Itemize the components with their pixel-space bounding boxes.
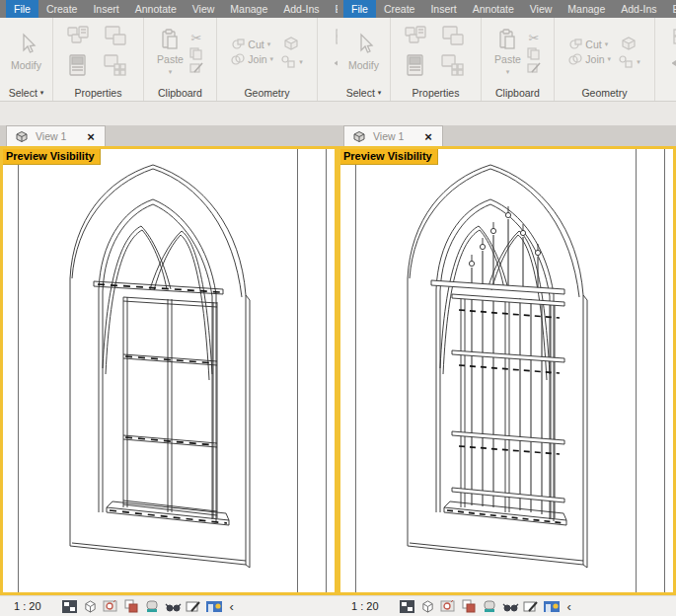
group-objects-button[interactable]: ▾: [280, 55, 303, 68]
cursor-icon: [16, 33, 38, 56]
visual-style-icon[interactable]: [82, 598, 99, 614]
tab-view[interactable]: View: [185, 0, 223, 18]
ribbon: Modify Select▾: [0, 18, 338, 102]
tab-annotate[interactable]: Annotate: [465, 0, 522, 18]
detail-level-icon[interactable]: [399, 598, 415, 614]
chevron-down-icon: ▾: [608, 55, 612, 63]
tab-addins[interactable]: Add-Ins: [275, 0, 327, 18]
view-tab-title: View 1: [373, 130, 417, 142]
cut-clipboard-icon[interactable]: ✂: [528, 31, 539, 45]
shadows-icon[interactable]: [123, 598, 140, 614]
view-tab[interactable]: View 1 ×: [343, 125, 443, 146]
properties-palette-icon[interactable]: [66, 53, 96, 79]
temporary-hide-isolate-icon[interactable]: [165, 598, 182, 614]
match-type-icon[interactable]: [189, 62, 203, 74]
tab-annotate[interactable]: Annotate: [127, 0, 185, 18]
chevron-down-icon: ▾: [299, 58, 303, 66]
sun-path-icon[interactable]: [440, 598, 457, 614]
crop-region-icon[interactable]: [186, 598, 202, 614]
modify-panel-label: [318, 84, 338, 101]
move-icon[interactable]: [672, 50, 676, 76]
panel-geometry: Cut ▾ Join ▾: [555, 18, 655, 101]
tab-extensions-partial[interactable]: E: [664, 0, 676, 18]
chevron-down-icon: ▾: [169, 68, 173, 76]
family-types-icon[interactable]: [404, 25, 433, 50]
ribbon: Modify Select▾: [338, 18, 676, 102]
match-type-icon[interactable]: [527, 62, 541, 74]
tab-insert[interactable]: Insert: [85, 0, 126, 18]
close-icon[interactable]: ×: [424, 130, 432, 143]
reveal-hidden-elements-icon[interactable]: [206, 598, 223, 614]
chevron-down-icon: ▾: [270, 55, 274, 63]
preview-visibility-label: Preview Visibility: [340, 149, 438, 165]
scale-button[interactable]: 1 : 20: [351, 600, 379, 612]
family-connect-icon[interactable]: [102, 53, 131, 79]
solid-box-icon[interactable]: [282, 36, 300, 50]
sun-path-icon[interactable]: [103, 598, 119, 614]
chevron-down-icon: ▾: [605, 40, 609, 48]
select-panel-button[interactable]: Select▾: [338, 84, 390, 101]
family-types-icon[interactable]: [66, 25, 96, 50]
family-category-icon[interactable]: [439, 25, 469, 50]
panel-clipboard: Paste ▾ ✂ Clipboard: [482, 18, 555, 101]
revit-window-right: File Create Insert Annotate View Manage …: [338, 0, 676, 616]
copy-icon[interactable]: [189, 47, 203, 60]
family-connect-icon[interactable]: [439, 53, 469, 79]
tab-extensions-partial[interactable]: E: [327, 0, 338, 18]
tab-manage[interactable]: Manage: [560, 0, 613, 18]
copy-icon[interactable]: [527, 47, 541, 60]
panel-modify-partial: [655, 18, 676, 101]
close-icon[interactable]: ×: [87, 130, 95, 143]
tab-file[interactable]: File: [343, 0, 376, 18]
modify-button[interactable]: Modify: [348, 33, 379, 71]
panel-properties: Properties: [391, 18, 482, 101]
collapse-bar-icon[interactable]: ‹: [567, 599, 571, 614]
tab-file[interactable]: File: [6, 0, 38, 18]
ribbon-tab-bar: File Create Insert Annotate View Manage …: [0, 0, 338, 18]
gothic-window-drawing-simple[interactable]: [3, 149, 335, 592]
temporary-hide-isolate-icon[interactable]: [502, 598, 519, 614]
detail-level-icon[interactable]: [61, 598, 78, 614]
select-panel-button[interactable]: Select▾: [0, 84, 52, 101]
reveal-hidden-elements-icon[interactable]: [544, 598, 561, 614]
properties-palette-icon[interactable]: [404, 53, 433, 79]
solid-box-icon[interactable]: [620, 36, 638, 50]
view-tab[interactable]: View 1 ×: [6, 125, 106, 146]
collapse-bar-icon[interactable]: ‹: [230, 599, 234, 614]
cursor-icon: [353, 33, 375, 56]
ribbon-tab-bar: File Create Insert Annotate View Manage …: [338, 0, 676, 18]
tab-create[interactable]: Create: [38, 0, 86, 18]
join-geometry-button[interactable]: Join ▾: [231, 53, 273, 66]
cut-clipboard-icon[interactable]: ✂: [190, 31, 201, 45]
visual-style-icon[interactable]: [419, 598, 436, 614]
view-3d-icon: [15, 130, 29, 143]
cut-geometry-icon: [568, 38, 582, 51]
revit-window-left: File Create Insert Annotate View Manage …: [0, 0, 338, 616]
tab-insert[interactable]: Insert: [422, 0, 464, 18]
view-control-bar: 1 : 20 ‹: [338, 595, 676, 616]
paste-button[interactable]: Paste ▾: [494, 29, 521, 76]
rendering-dialog-icon[interactable]: [144, 598, 161, 614]
cut-geometry-button[interactable]: Cut ▾: [231, 38, 270, 51]
properties-panel-label: Properties: [53, 84, 143, 101]
rendering-dialog-icon[interactable]: [482, 598, 498, 614]
edit-profile-icon[interactable]: [672, 29, 676, 44]
tab-view[interactable]: View: [522, 0, 561, 18]
group-objects-button[interactable]: ▾: [618, 55, 640, 68]
modify-button[interactable]: Modify: [11, 33, 41, 71]
shadows-icon[interactable]: [461, 598, 478, 614]
crop-region-icon[interactable]: [523, 598, 540, 614]
tab-manage[interactable]: Manage: [222, 0, 275, 18]
family-category-icon[interactable]: [102, 25, 131, 50]
tab-addins[interactable]: Add-Ins: [613, 0, 664, 18]
chevron-down-icon: ▾: [378, 89, 382, 97]
drawing-viewport: Preview Visibility: [0, 146, 338, 595]
cut-geometry-button[interactable]: Cut ▾: [568, 38, 608, 51]
tab-create[interactable]: Create: [376, 0, 423, 18]
scale-button[interactable]: 1 : 20: [14, 600, 41, 612]
join-geometry-button[interactable]: Join ▾: [568, 53, 611, 66]
cut-geometry-icon: [231, 38, 245, 51]
clipboard-icon: [497, 29, 517, 50]
gothic-window-drawing-detailed[interactable]: [340, 149, 673, 592]
paste-button[interactable]: Paste ▾: [157, 29, 184, 76]
